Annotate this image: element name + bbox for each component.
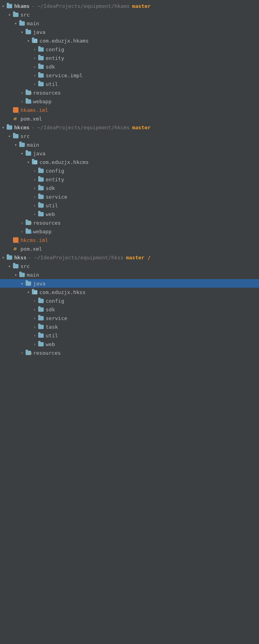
tree-arrow[interactable] [31,332,38,339]
tree-arrow[interactable] [25,289,31,295]
tree-item-hkss-config[interactable]: config [0,296,259,305]
tree-arrow[interactable] [13,20,19,26]
folder-name: main [27,142,39,148]
project-name: hkss [14,255,26,261]
tree-item-hkss-service[interactable]: service [0,314,259,322]
tree-item-hkcms-resources[interactable]: resources [0,218,259,227]
tree-item-hkss-pkg[interactable]: com.eduzjx.hkss [0,288,259,296]
tree-arrow[interactable] [31,81,38,87]
folder-name: resources [33,350,61,356]
pom-file-icon: m [13,246,19,252]
iml-file-icon [13,107,19,113]
folder-name: task [46,324,58,330]
tree-arrow[interactable] [31,46,38,52]
tree-item-hkcms-util[interactable]: util [0,201,259,210]
project-arrow[interactable] [0,254,6,261]
tree-item-hkams-util[interactable]: util [0,80,259,88]
tree-arrow[interactable] [31,63,38,70]
tree-arrow[interactable] [31,306,38,313]
tree-item-hkss-web[interactable]: web [0,340,259,348]
arrow-placeholder [6,237,13,243]
tree-item-hkams-resources[interactable]: resources [0,88,259,97]
project-root-hkcms[interactable]: hkcms - ~/IdeaProjects/equipment/hkcms m… [0,123,259,132]
resources-folder-icon [25,350,31,356]
tree-item-hkams-main[interactable]: main [0,19,259,28]
tree-arrow[interactable] [31,315,38,321]
tree-arrow[interactable] [31,176,38,182]
tree-item-hkams-iml[interactable]: hkams.iml [0,106,259,114]
tree-item-hkams-pom[interactable]: mpom.xml [0,114,259,123]
tree-arrow[interactable] [19,280,25,287]
tree-arrow[interactable] [31,72,38,78]
tree-item-hkams-java[interactable]: java [0,28,259,36]
project-root-hkams[interactable]: hkams - ~/IdeaProjects/equipment/hkams m… [0,2,259,10]
package-folder-icon [31,159,38,165]
tree-item-hkss-resources[interactable]: resources [0,348,259,357]
tree-item-hkcms-main[interactable]: main [0,140,259,149]
tree-arrow[interactable] [19,350,25,356]
tree-item-hkams-serviceimpl[interactable]: service.impl [0,71,259,80]
tree-arrow[interactable] [19,29,25,35]
tree-item-hkams-src[interactable]: src [0,10,259,19]
tree-item-hkams-webapp[interactable]: webapp [0,97,259,106]
folder-name: config [46,47,64,52]
tree-arrow[interactable] [19,228,25,235]
iml-filename: hkcms.iml [20,237,48,243]
tree-item-hkcms-service[interactable]: service [0,192,259,201]
folder-icon [38,324,44,330]
tree-arrow[interactable] [25,37,31,44]
tree-arrow[interactable] [25,159,31,165]
webapp-folder-icon [25,228,31,235]
tree-item-hkss-java[interactable]: java [0,279,259,288]
tree-item-hkcms-webapp[interactable]: webapp [0,227,259,236]
project-arrow[interactable] [0,124,6,130]
tree-arrow[interactable] [19,150,25,156]
tree-arrow[interactable] [19,89,25,96]
tree-arrow[interactable] [31,202,38,208]
tree-item-hkcms-web[interactable]: web [0,210,259,218]
folder-name: config [46,298,64,304]
tree-arrow[interactable] [31,324,38,330]
tree-item-hkams-pkg[interactable]: com.eduzjx.hkams [0,36,259,45]
tree-item-hkss-src[interactable]: src [0,262,259,270]
folder-icon [38,298,44,304]
tree-item-hkcms-pom[interactable]: mpom.xml [0,244,259,253]
tree-arrow[interactable] [19,98,25,104]
tree-arrow[interactable] [6,133,13,139]
tree-arrow[interactable] [13,141,19,148]
tree-arrow[interactable] [31,211,38,217]
folder-name: resources [33,90,61,96]
tree-item-hkams-config[interactable]: config [0,45,259,54]
tree-item-hkams-sdk[interactable]: sdk [0,62,259,71]
pom-filename: pom.xml [20,116,42,122]
folder-name: entity [46,55,64,61]
tree-arrow[interactable] [6,11,13,18]
tree-arrow[interactable] [19,220,25,226]
tree-arrow[interactable] [13,272,19,278]
project-arrow[interactable] [0,3,6,9]
webapp-folder-icon [25,98,31,104]
tree-item-hkss-main[interactable]: main [0,270,259,279]
tree-item-hkcms-sdk[interactable]: sdk [0,184,259,192]
tree-item-hkcms-pkg[interactable]: com.eduzjx.hkcms [0,158,259,166]
tree-arrow[interactable] [6,263,13,269]
folder-icon [13,263,19,269]
folder-icon [25,150,31,156]
tree-arrow[interactable] [31,168,38,174]
folder-name: src [20,263,30,269]
tree-item-hkcms-config[interactable]: config [0,166,259,175]
tree-arrow[interactable] [31,55,38,61]
tree-item-hkss-task[interactable]: task [0,322,259,331]
tree-item-hkss-sdk[interactable]: sdk [0,305,259,314]
tree-item-hkss-util[interactable]: util [0,331,259,340]
tree-item-hkcms-iml[interactable]: hkcms.iml [0,236,259,244]
tree-arrow[interactable] [31,185,38,191]
tree-arrow[interactable] [31,298,38,304]
tree-item-hkams-entity[interactable]: entity [0,54,259,62]
tree-item-hkcms-entity[interactable]: entity [0,175,259,184]
tree-arrow[interactable] [31,194,38,200]
tree-item-hkcms-src[interactable]: src [0,132,259,140]
tree-arrow[interactable] [31,341,38,347]
tree-item-hkcms-java[interactable]: java [0,149,259,158]
project-root-hkss[interactable]: hkss - ~/IdeaProjects/equipment/hkss mas… [0,253,259,262]
